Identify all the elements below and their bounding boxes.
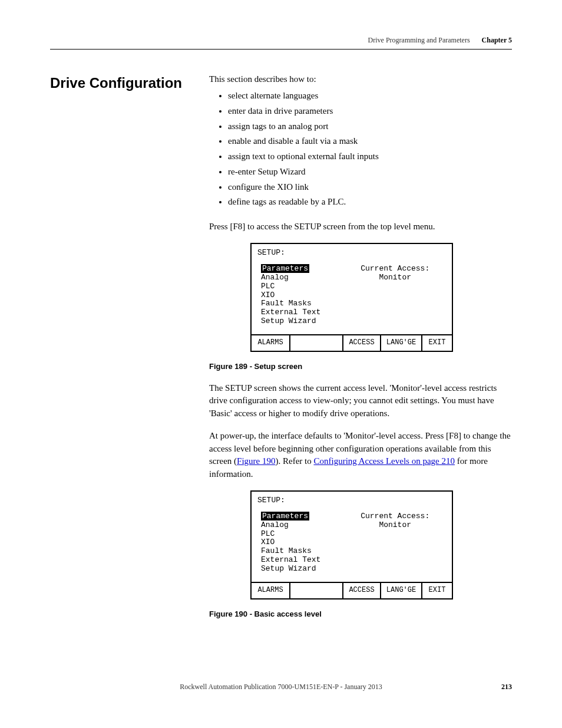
setup-menu-list: ParametersAnalog PLC XIO Fault Masks Ext… xyxy=(261,265,320,327)
softkey-exit: EXIT xyxy=(422,335,452,350)
softkey-blank xyxy=(290,335,343,350)
setup-screen-2: SETUP: ParametersAnalog PLC XIO Fault Ma… xyxy=(250,490,453,599)
softkey-bar: ALARMS ACCESS LANG'GE EXIT xyxy=(252,334,452,350)
bullet-item: re-enter Setup Wizard xyxy=(228,166,512,179)
section-heading: Drive Configuration xyxy=(50,73,186,94)
intro-bullet-list: select alternate languages enter data in… xyxy=(209,90,512,209)
intro-text: This section describes how to: xyxy=(209,73,512,86)
softkey-alarms: ALARMS xyxy=(252,583,290,598)
press-f8-text: Press [F8] to access the SETUP screen fr… xyxy=(209,220,512,233)
figure-189: SETUP: ParametersAnalog PLC XIO Fault Ma… xyxy=(250,243,512,352)
page-header: Drive Programming and Parameters Chapter… xyxy=(50,35,512,45)
screen-title: SETUP: xyxy=(252,492,452,508)
link-figure-190[interactable]: Figure 190 xyxy=(237,456,275,466)
bullet-item: assign tags to an analog port xyxy=(228,120,512,133)
access-info: Current Access: Monitor xyxy=(344,265,446,327)
menu-item-parameters: Parameters xyxy=(261,264,309,273)
header-doc-title: Drive Programming and Parameters xyxy=(368,35,470,45)
para2-mid: ). Refer to xyxy=(275,456,313,466)
softkey-language: LANG'GE xyxy=(381,335,422,350)
publication-info: Rockwell Automation Publication 7000-UM1… xyxy=(74,682,488,692)
bullet-item: select alternate languages xyxy=(228,90,512,103)
menu-items-rest: Analog PLC XIO Fault Masks External Text… xyxy=(261,521,320,574)
page-number: 213 xyxy=(488,682,512,692)
softkey-access: ACCESS xyxy=(343,335,381,350)
access-label: Current Access: xyxy=(344,512,446,521)
softkey-blank xyxy=(290,583,343,598)
figure-189-caption: Figure 189 - Setup screen xyxy=(209,361,512,373)
screen-title: SETUP: xyxy=(252,244,452,260)
access-value: Monitor xyxy=(344,274,446,282)
softkey-bar: ALARMS ACCESS LANG'GE EXIT xyxy=(252,582,452,598)
page-footer: Rockwell Automation Publication 7000-UM1… xyxy=(50,682,512,692)
softkey-access: ACCESS xyxy=(343,583,381,598)
setup-screen-1: SETUP: ParametersAnalog PLC XIO Fault Ma… xyxy=(250,243,453,352)
softkey-exit: EXIT xyxy=(422,583,452,598)
para-powerup: At power-up, the interface defaults to '… xyxy=(209,430,512,481)
header-chapter: Chapter 5 xyxy=(482,35,512,45)
para-access-level: The SETUP screen shows the current acces… xyxy=(209,382,512,420)
softkey-language: LANG'GE xyxy=(381,583,422,598)
menu-items-rest: Analog PLC XIO Fault Masks External Text… xyxy=(261,273,320,326)
bullet-item: define tags as readable by a PLC. xyxy=(228,196,512,209)
figure-190-caption: Figure 190 - Basic access level xyxy=(209,609,512,620)
bullet-item: assign text to optional external fault i… xyxy=(228,150,512,163)
menu-item-parameters: Parameters xyxy=(261,512,309,521)
header-rule xyxy=(50,49,512,50)
access-info: Current Access: Monitor xyxy=(344,512,446,574)
link-configuring-access[interactable]: Configuring Access Levels on page 210 xyxy=(313,456,455,466)
setup-menu-list: ParametersAnalog PLC XIO Fault Masks Ext… xyxy=(261,512,320,574)
access-label: Current Access: xyxy=(344,265,446,274)
bullet-item: enable and disable a fault via a mask xyxy=(228,135,512,148)
figure-190: SETUP: ParametersAnalog PLC XIO Fault Ma… xyxy=(250,490,512,599)
access-value: Monitor xyxy=(344,521,446,530)
bullet-item: enter data in drive parameters xyxy=(228,105,512,118)
bullet-item: configure the XIO link xyxy=(228,181,512,194)
softkey-alarms: ALARMS xyxy=(252,335,290,350)
